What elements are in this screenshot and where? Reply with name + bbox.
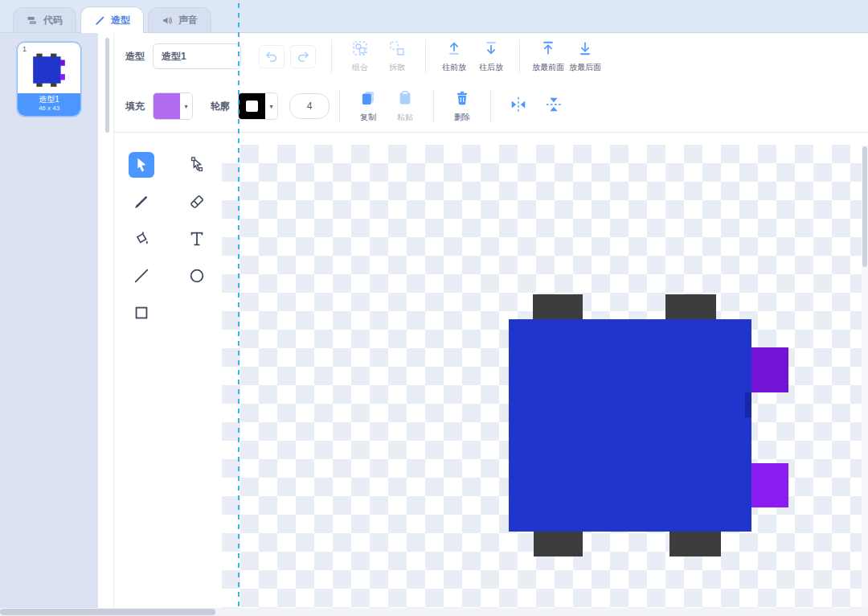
sprite-tab-bottom-left[interactable] xyxy=(534,532,583,556)
tab-code-label: 代码 xyxy=(43,14,63,27)
costume-card-selected[interactable]: 1 造型1 46 x 43 xyxy=(17,42,81,117)
paint-editor: 造型 组合 拆 xyxy=(114,33,868,608)
fill-color-sample xyxy=(154,93,180,119)
tab-costumes-label: 造型 xyxy=(111,14,130,27)
fill-color-swatch[interactable]: ▾ xyxy=(153,92,193,120)
outline-label: 轮廓 xyxy=(211,100,230,113)
tab-costumes[interactable]: 造型 xyxy=(80,6,144,33)
fill-bucket-icon xyxy=(133,230,150,248)
separator xyxy=(425,39,426,73)
separator xyxy=(331,39,332,73)
tab-bar: 代码 造型 声音 xyxy=(0,0,868,33)
ungroup-icon xyxy=(389,40,405,60)
costume-list-scrollbar-thumb[interactable] xyxy=(105,38,109,133)
line-icon xyxy=(133,267,150,285)
flip-vertical-icon xyxy=(545,96,563,117)
costume-card-footer: 造型1 46 x 43 xyxy=(18,93,80,116)
rectangle-icon xyxy=(133,304,150,322)
paint-toolbar: 造型 组合 拆 xyxy=(114,33,868,133)
arrow-up-to-line-icon xyxy=(540,40,556,60)
reshape-tool[interactable] xyxy=(184,152,210,178)
tool-palette xyxy=(129,152,210,326)
sprite-edge-notch[interactable] xyxy=(745,392,751,417)
redo-button[interactable] xyxy=(290,45,316,68)
text-tool[interactable] xyxy=(184,226,210,252)
stroke-width-input[interactable] xyxy=(289,93,330,119)
toolbar-row-2: 填充 ▾ 轮廓 ▾ 复制 xyxy=(114,80,868,133)
separator xyxy=(490,89,491,123)
canvas-vertical-scrollbar[interactable] xyxy=(862,145,868,608)
costume-size: 46 x 43 xyxy=(18,105,80,113)
paste-icon xyxy=(397,90,413,109)
sprite-tab-top-left[interactable] xyxy=(533,294,583,319)
undo-button[interactable] xyxy=(259,45,285,68)
costume-name-input[interactable] xyxy=(153,43,241,69)
sprite-body[interactable] xyxy=(509,319,751,532)
ungroup-button[interactable]: 拆散 xyxy=(381,40,413,73)
sprite-tab-bottom-right[interactable] xyxy=(669,532,721,556)
paint-canvas[interactable] xyxy=(222,145,862,608)
send-to-back-button[interactable]: 放最后面 xyxy=(569,40,601,73)
outline-color-sample xyxy=(239,93,265,119)
dropdown-arrow-icon[interactable]: ▾ xyxy=(265,93,277,119)
costume-name-label: 造型 xyxy=(125,50,145,64)
vertical-scrollbar-thumb[interactable] xyxy=(862,146,867,267)
group-button[interactable]: 组合 xyxy=(344,40,376,73)
horizontal-scrollbar[interactable] xyxy=(0,608,868,616)
bring-to-front-button[interactable]: 放最前面 xyxy=(532,40,564,73)
eraser-icon xyxy=(188,193,206,211)
circle-icon xyxy=(188,267,206,285)
trash-icon xyxy=(454,90,470,109)
costume-list-panel: 1 造型1 46 x 43 xyxy=(0,33,98,608)
select-arrow-icon xyxy=(133,156,150,174)
sprite-peg-bottom[interactable] xyxy=(751,463,788,507)
sprite-tab-top-right[interactable] xyxy=(665,294,716,319)
costume-list-scrollbar[interactable] xyxy=(98,33,114,608)
send-backward-button[interactable]: 往后放 xyxy=(475,40,507,73)
rectangle-tool[interactable] xyxy=(129,300,154,326)
arrow-up-icon xyxy=(446,40,462,60)
paste-button[interactable]: 粘贴 xyxy=(389,90,421,123)
fill-label: 填充 xyxy=(125,100,145,113)
tab-sounds-label: 声音 xyxy=(178,14,198,27)
scratch-paint-editor: 代码 造型 声音 1 xyxy=(0,0,868,616)
eraser-tool[interactable] xyxy=(184,189,210,215)
paintbrush-icon xyxy=(94,14,106,27)
costume-thumbnail xyxy=(18,43,80,93)
line-tool[interactable] xyxy=(129,263,154,289)
bring-forward-button[interactable]: 往前放 xyxy=(438,40,470,73)
flip-vertical-button[interactable] xyxy=(545,96,563,117)
text-icon xyxy=(188,230,206,248)
delete-button[interactable]: 删除 xyxy=(446,90,478,123)
copy-button[interactable]: 复制 xyxy=(352,90,384,123)
code-blocks-icon xyxy=(27,14,39,27)
speaker-icon xyxy=(162,14,174,27)
circle-tool[interactable] xyxy=(184,263,210,289)
tab-code[interactable]: 代码 xyxy=(13,7,76,32)
costume-index: 1 xyxy=(23,45,27,53)
copy-icon xyxy=(360,90,376,109)
toolbar-row-1: 造型 组合 拆 xyxy=(114,33,868,80)
dropdown-arrow-icon[interactable]: ▾ xyxy=(180,93,192,119)
separator xyxy=(339,89,340,123)
tab-sounds[interactable]: 声音 xyxy=(148,7,211,32)
arrow-down-icon xyxy=(483,40,499,60)
group-icon xyxy=(352,40,368,60)
costume-name: 造型1 xyxy=(18,95,80,105)
flip-horizontal-button[interactable] xyxy=(510,96,527,117)
horizontal-scrollbar-thumb[interactable] xyxy=(0,609,215,615)
brush-icon xyxy=(133,193,150,211)
outline-color-swatch[interactable]: ▾ xyxy=(238,92,278,120)
separator xyxy=(519,39,520,73)
brush-tool[interactable] xyxy=(129,189,154,215)
sprite-peg-top[interactable] xyxy=(751,347,788,392)
select-tool[interactable] xyxy=(129,152,154,178)
flip-horizontal-icon xyxy=(510,96,527,117)
separator xyxy=(433,89,434,123)
reshape-icon xyxy=(188,156,206,174)
fill-tool[interactable] xyxy=(129,226,154,252)
arrow-down-to-line-icon xyxy=(577,40,593,60)
